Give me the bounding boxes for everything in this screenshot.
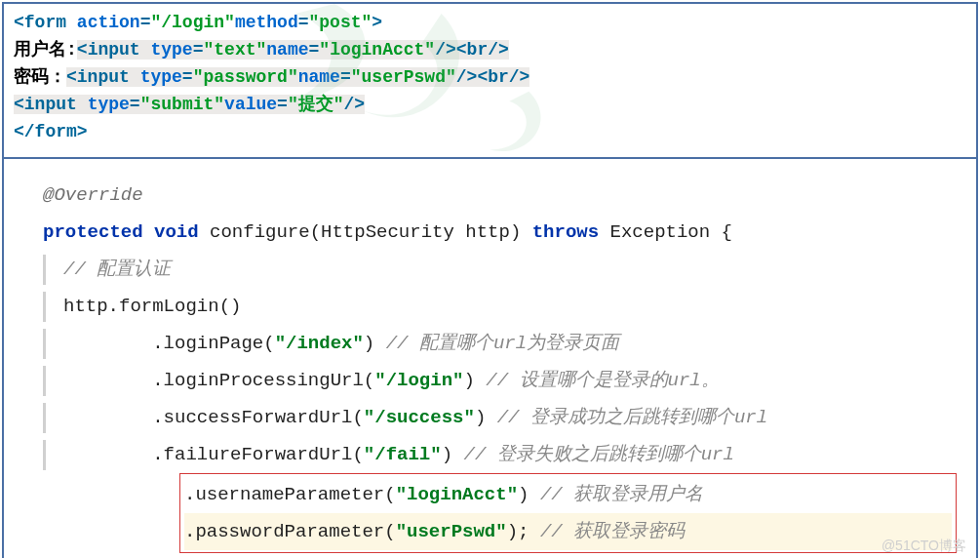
java-line-loginprocessing: .loginProcessingUrl("/login") // 设置哪个是登录… bbox=[43, 362, 966, 399]
html-line-5: </form> bbox=[14, 119, 966, 146]
html-line-4: <input type="submit"value="提交"/> bbox=[14, 92, 966, 119]
java-comment-1: // 配置认证 bbox=[43, 251, 966, 288]
java-method-signature: protected void configure(HttpSecurity ht… bbox=[43, 214, 966, 251]
java-config-snippet: @Override protected void configure(HttpS… bbox=[4, 159, 976, 558]
highlight-box: .usernameParameter("loginAcct") // 获取登录用… bbox=[179, 473, 957, 553]
java-line-password: .passwordParameter("userPswd"); // 获取登录密… bbox=[184, 513, 952, 550]
html-line-3: 密码：<input type="password"name="userPswd"… bbox=[14, 64, 966, 92]
java-line-formlogin: http.formLogin() bbox=[43, 288, 966, 325]
java-annotation: @Override bbox=[43, 177, 966, 214]
java-line-loginpage: .loginPage("/index") // 配置哪个url为登录页面 bbox=[43, 325, 966, 362]
html-line-1: <form action="/login"method="post"> bbox=[14, 10, 966, 37]
java-line-username: .usernameParameter("loginAcct") // 获取登录用… bbox=[184, 476, 952, 513]
code-comparison-table: <form action="/login"method="post"> 用户名:… bbox=[2, 2, 978, 558]
java-line-success: .successForwardUrl("/success") // 登录成功之后… bbox=[43, 399, 966, 436]
html-line-2: 用户名:<input type="text"name="loginAcct"/>… bbox=[14, 37, 966, 64]
html-form-snippet: <form action="/login"method="post"> 用户名:… bbox=[4, 4, 976, 159]
source-watermark: @51CTO博客 bbox=[882, 538, 966, 555]
java-line-failure: .failureForwardUrl("/fail") // 登录失败之后跳转到… bbox=[43, 436, 966, 473]
